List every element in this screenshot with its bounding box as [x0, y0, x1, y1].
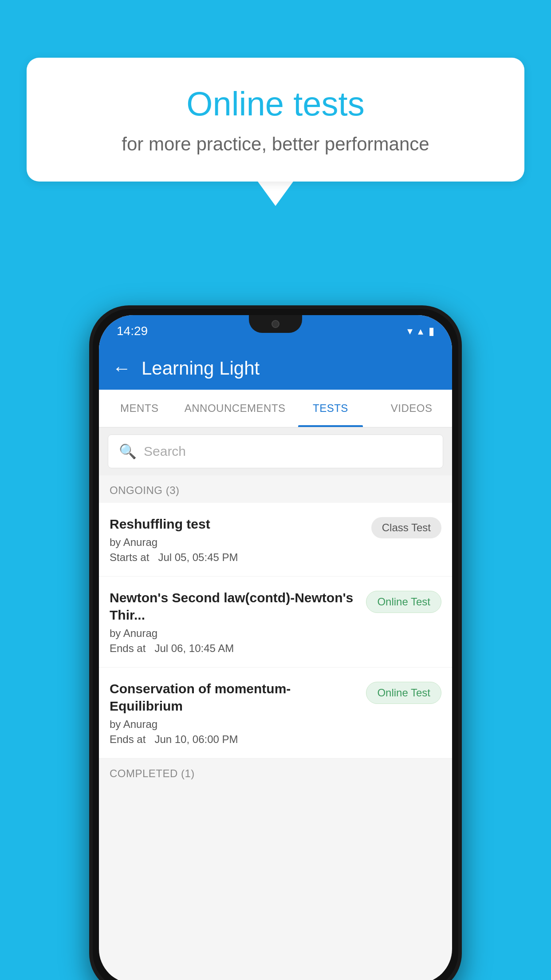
- tab-tests[interactable]: TESTS: [290, 390, 371, 427]
- tab-announcements[interactable]: ANNOUNCEMENTS: [180, 390, 290, 427]
- phone-screen: 14:29 ▾ ▴ ▮ ← Learning Light MENTS ANNOU…: [99, 315, 452, 980]
- speech-bubble-section: Online tests for more practice, better p…: [27, 58, 524, 206]
- test-time-value: Jul 06, 10:45 AM: [154, 642, 234, 654]
- test-title: Reshuffling test: [110, 515, 364, 533]
- phone-inner: 14:29 ▾ ▴ ▮ ← Learning Light MENTS ANNOU…: [93, 309, 458, 980]
- test-info: Conservation of momentum-Equilibrium by …: [110, 680, 359, 746]
- completed-label: COMPLETED (1): [110, 767, 195, 779]
- test-time-label: Ends at: [110, 642, 146, 654]
- test-item[interactable]: Reshuffling test by Anurag Starts at Jul…: [99, 503, 452, 577]
- back-button[interactable]: ←: [112, 358, 131, 379]
- battery-icon: ▮: [429, 325, 434, 337]
- search-placeholder: Search: [144, 444, 186, 459]
- tab-ments[interactable]: MENTS: [99, 390, 180, 427]
- search-bar[interactable]: 🔍 Search: [108, 435, 443, 468]
- test-time-label: Starts at: [110, 551, 149, 563]
- test-info: Newton's Second law(contd)-Newton's Thir…: [110, 589, 359, 655]
- phone-frame: 14:29 ▾ ▴ ▮ ← Learning Light MENTS ANNOU…: [89, 305, 462, 980]
- status-icons: ▾ ▴ ▮: [407, 325, 434, 337]
- status-bar: 14:29 ▾ ▴ ▮: [99, 315, 452, 347]
- signal-icon: ▴: [418, 325, 423, 337]
- completed-section-header: COMPLETED (1): [99, 759, 452, 786]
- test-author: by Anurag: [110, 718, 359, 731]
- search-icon: 🔍: [119, 443, 137, 460]
- speech-bubble-title: Online tests: [58, 84, 493, 123]
- search-container: 🔍 Search: [99, 427, 452, 475]
- test-time: Starts at Jul 05, 05:45 PM: [110, 551, 364, 564]
- test-author: by Anurag: [110, 536, 364, 549]
- speech-bubble: Online tests for more practice, better p…: [27, 58, 524, 182]
- test-info: Reshuffling test by Anurag Starts at Jul…: [110, 515, 364, 564]
- test-badge-online-2: Online Test: [366, 682, 441, 704]
- tab-videos[interactable]: VIDEOS: [371, 390, 452, 427]
- test-item[interactable]: Newton's Second law(contd)-Newton's Thir…: [99, 577, 452, 668]
- speech-bubble-subtitle: for more practice, better performance: [58, 134, 493, 155]
- test-author: by Anurag: [110, 627, 359, 640]
- app-bar-title: Learning Light: [142, 358, 260, 379]
- speech-bubble-arrow: [258, 182, 293, 206]
- notch: [249, 315, 302, 333]
- wifi-icon: ▾: [407, 325, 413, 337]
- test-time-value: Jul 05, 05:45 PM: [158, 551, 238, 563]
- test-badge-class: Class Test: [371, 517, 441, 538]
- test-badge-online: Online Test: [366, 591, 441, 613]
- ongoing-section-header: ONGOING (3): [99, 475, 452, 503]
- test-item[interactable]: Conservation of momentum-Equilibrium by …: [99, 668, 452, 759]
- test-time: Ends at Jun 10, 06:00 PM: [110, 733, 359, 746]
- test-title: Newton's Second law(contd)-Newton's Thir…: [110, 589, 359, 624]
- app-bar: ← Learning Light: [99, 347, 452, 390]
- test-time-value: Jun 10, 06:00 PM: [154, 733, 238, 745]
- test-title: Conservation of momentum-Equilibrium: [110, 680, 359, 715]
- camera: [272, 320, 279, 328]
- ongoing-label: ONGOING (3): [110, 484, 180, 496]
- test-time: Ends at Jul 06, 10:45 AM: [110, 642, 359, 655]
- test-time-label: Ends at: [110, 733, 146, 745]
- test-list: Reshuffling test by Anurag Starts at Jul…: [99, 503, 452, 759]
- status-time: 14:29: [117, 324, 148, 338]
- phone-container: 14:29 ▾ ▴ ▮ ← Learning Light MENTS ANNOU…: [89, 305, 462, 980]
- tabs-container: MENTS ANNOUNCEMENTS TESTS VIDEOS: [99, 390, 452, 427]
